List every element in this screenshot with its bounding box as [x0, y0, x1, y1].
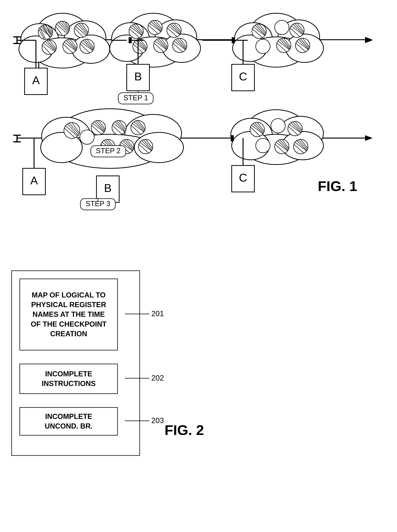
svg-point-240 — [271, 118, 285, 133]
fig2-section: MAP OF LOGICAL TO PHYSICAL REGISTER NAME… — [11, 270, 238, 497]
svg-rect-263 — [231, 135, 234, 141]
cloud1-row2 — [41, 109, 183, 168]
svg-marker-168 — [365, 135, 372, 141]
svg-point-118 — [275, 20, 289, 35]
svg-text:A: A — [30, 174, 38, 187]
fig1-diagram: A B STEP 1 C — [6, 6, 391, 270]
svg-text:STEP 2: STEP 2 — [96, 147, 120, 155]
svg-text:C: C — [239, 70, 247, 83]
cloud2-row2 — [231, 110, 323, 165]
svg-point-182 — [80, 130, 94, 144]
svg-text:202: 202 — [151, 374, 164, 382]
svg-point-126 — [256, 39, 270, 54]
svg-text:FIG. 1: FIG. 1 — [318, 178, 357, 194]
page: A B STEP 1 C — [0, 0, 397, 532]
svg-text:C: C — [239, 171, 247, 184]
svg-text:STEP 1: STEP 1 — [124, 94, 148, 102]
svg-text:A: A — [32, 74, 40, 87]
svg-text:201: 201 — [151, 309, 164, 318]
svg-text:FIG. 2: FIG. 2 — [165, 422, 204, 438]
svg-point-241 — [256, 138, 270, 153]
svg-text:B: B — [104, 182, 112, 194]
svg-rect-149 — [232, 37, 235, 43]
svg-text:B: B — [134, 70, 142, 83]
svg-text:203: 203 — [151, 416, 164, 425]
